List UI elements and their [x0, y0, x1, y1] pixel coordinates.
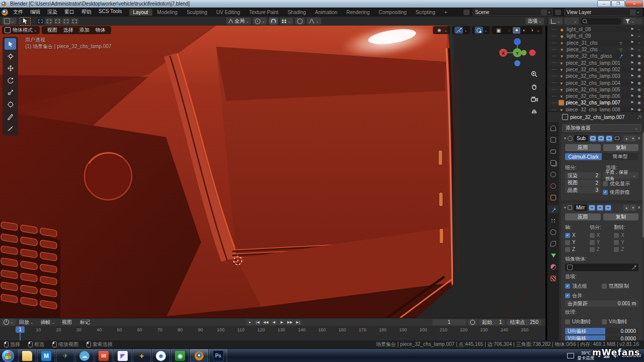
axis-y-checkbox[interactable]: Y — [565, 239, 590, 245]
snap-settings-dropdown[interactable]: ⌄ — [280, 18, 293, 25]
shading-rendered-icon[interactable]: ◑ — [528, 27, 535, 34]
measure-tool[interactable] — [5, 123, 16, 134]
title-bar[interactable]: Blender [C:\Users\Administrator\Desktop\… — [0, 0, 644, 8]
workspace-tab[interactable]: Layout — [129, 9, 152, 16]
visibility-off-icon[interactable]: ⌣ — [637, 40, 641, 45]
object-name[interactable]: piece_32_chs_lamp.004 — [566, 80, 620, 86]
object-name[interactable]: piece_32_chs_lamp.005 — [566, 87, 620, 92]
tab-particles[interactable] — [548, 216, 559, 225]
timeline-menu-item[interactable]: 回放⌄ — [16, 319, 37, 326]
move-modifier-up[interactable]: ▲ — [623, 205, 629, 211]
breadcrumb-object-name[interactable]: piece_32_chs_lamp.007 — [570, 114, 635, 120]
pin-icon[interactable] — [637, 115, 641, 119]
playback-button[interactable]: |◀ — [254, 319, 261, 325]
playback-button[interactable]: ▶ — [278, 319, 286, 325]
proportional-falloff-dropdown[interactable]: ⌄ — [307, 18, 321, 25]
snap-toggle[interactable] — [269, 18, 278, 25]
editmode-visibility-icon[interactable] — [605, 205, 611, 211]
view-layer-browse-icon[interactable] — [555, 10, 561, 15]
cursor-tool[interactable] — [5, 50, 16, 62]
visibility-off-icon[interactable]: ⌣ — [637, 27, 641, 32]
selectability-icon[interactable]: ⚑ — [630, 34, 634, 39]
object-name[interactable]: piece_32_chs_lamp.007 — [566, 100, 620, 105]
offset-u-slider[interactable]: U向偏移0.0000 — [565, 328, 638, 334]
workspace-tab[interactable]: Shading — [284, 9, 310, 16]
outliner-item[interactable]: ◆ ▼ piece_32_chs_lamp.003 ▽ ⚑ ◉ ⌣ — [547, 73, 644, 79]
tab-texture[interactable] — [548, 274, 559, 283]
viewport-menu-item[interactable]: 视图 — [44, 27, 60, 34]
flip-z-checkbox[interactable]: Z — [614, 247, 638, 252]
workspace-tab[interactable]: UV Editing — [212, 9, 244, 16]
cage-visibility-icon[interactable] — [614, 136, 620, 142]
tweak-tool-button[interactable] — [20, 17, 31, 26]
add-modifier-dropdown[interactable]: 添加修改器 ⌄ — [562, 124, 641, 132]
taskbar-mail-app[interactable]: ✉ — [95, 349, 113, 362]
active-tool-dropdown[interactable]: ⌄ — [2, 18, 17, 25]
tab-object[interactable] — [548, 193, 559, 202]
timeline-menu-item[interactable]: 插帧⌄ — [37, 319, 58, 326]
taskbar-maxthon[interactable]: M — [37, 349, 55, 362]
frame-ruler[interactable]: 1102030405060708090100110120130140150160… — [0, 326, 545, 341]
transform-orientation-dropdown[interactable]: 全局 ⌄ — [226, 18, 251, 25]
taskbar-eye-app[interactable]: ◉ — [171, 349, 189, 362]
tab-constraints[interactable] — [548, 239, 559, 248]
frame-end-field[interactable]: 结束点250 — [507, 319, 541, 325]
visibility-on-icon[interactable]: ◉ — [637, 87, 641, 92]
annotate-tool[interactable] — [5, 110, 16, 122]
taskbar-qq[interactable]: ☻ — [152, 349, 170, 362]
taskbar-plane-app[interactable]: ✈ — [56, 349, 74, 362]
xray-toggle[interactable]: ▣ — [494, 27, 503, 34]
taskbar-bird-app[interactable]: ◤ — [114, 349, 132, 362]
visibility-off-icon[interactable]: ⌣ — [637, 34, 641, 39]
menu-item[interactable]: 文件 — [10, 9, 27, 16]
workspace-tab[interactable]: Sculpting — [182, 9, 211, 16]
merge-limit-field[interactable]: 合并限距0.001 m — [565, 300, 638, 307]
add-workspace-button[interactable]: + — [440, 9, 451, 16]
selectability-icon[interactable]: ⚑ — [630, 54, 634, 58]
taskbar-blender[interactable] — [190, 349, 208, 362]
selectability-icon[interactable]: ⚑ — [630, 81, 634, 85]
outliner-item[interactable]: ◆ ▼ piece_32_chs_lamp.002 ▽ ⚑ ◉ ⌣ — [547, 66, 644, 73]
object-name[interactable]: piece_32_chs_lamp.001 — [566, 60, 620, 66]
quality-field[interactable]: 品质3 — [565, 187, 601, 193]
viewport-3d[interactable]: 物体模式 ⌄ 视图选择添加物体 ◉⌄ ⌄ ⌄ — [0, 26, 545, 318]
outliner-item[interactable]: ◆ ▼ piece_32_chs_lamp.006 ▽ ⚑ ◉ ⌣ — [547, 93, 644, 99]
selectability-icon[interactable]: ⚑ — [630, 27, 634, 32]
view-layer-selector[interactable]: View Layer × — [564, 9, 642, 16]
flip-v-checkbox[interactable]: V向翻转 — [602, 318, 638, 325]
current-frame-field[interactable]: 1 — [432, 319, 466, 325]
axis-z-checkbox[interactable]: Z — [565, 247, 590, 252]
copy-button[interactable]: 复制 — [603, 213, 639, 220]
bisect-y-checkbox[interactable]: Y — [590, 239, 614, 245]
object-name[interactable]: piece_32_chs_lamp.003 — [566, 73, 620, 79]
move-modifier-up[interactable]: ▲ — [623, 136, 629, 142]
move-modifier-down[interactable]: ▼ — [630, 136, 636, 142]
move-modifier-down[interactable]: ▼ — [630, 205, 636, 211]
mode-dropdown[interactable]: 物体模式 ⌄ — [2, 26, 40, 34]
use-preview-range-icon[interactable] — [468, 319, 477, 326]
outliner-item[interactable]: ◆ ▼ piece_31_chs ▽ ⚑ ◉ ⌣ — [547, 40, 644, 46]
selectability-icon[interactable]: ⚑ — [630, 100, 634, 105]
taskbar-ruler-app[interactable]: + — [133, 349, 151, 362]
minimize-button[interactable]: – — [597, 1, 611, 7]
workspace-tab[interactable]: Rendering — [342, 9, 374, 16]
menu-item[interactable]: 编辑 — [27, 9, 44, 16]
select-mode-invert[interactable] — [62, 18, 70, 25]
merge-checkbox[interactable]: ✓合并 — [565, 292, 638, 299]
taskbar-photoshop[interactable]: Ps — [209, 349, 227, 362]
object-name[interactable]: piece_32_chs_lamp.006 — [566, 93, 620, 99]
vertex-groups-checkbox[interactable]: ✓顶点组 — [565, 283, 602, 290]
workspace-tab[interactable]: Animation — [311, 9, 341, 16]
flip-x-checkbox[interactable]: X — [614, 232, 638, 238]
workspace-tab[interactable]: Scripting — [412, 9, 439, 16]
use-creases-checkbox[interactable]: ✓使用折痕 — [603, 189, 638, 196]
playback-button[interactable]: ▶| — [294, 319, 302, 325]
tab-render[interactable] — [548, 136, 559, 144]
viewport-menu-item[interactable]: 添加 — [76, 27, 93, 34]
outliner-item[interactable]: ◆ ▼ piece_32_chs_glass ▽ ⚑ ◉ ⌣ — [547, 53, 644, 59]
zoom-view-button[interactable] — [529, 69, 539, 79]
viewport-levels-field[interactable]: 视图2 — [565, 180, 601, 186]
selectability-icon[interactable]: ⚑ — [630, 74, 634, 78]
render-levels-field[interactable]: 渲染2 — [565, 172, 601, 179]
flip-u-checkbox[interactable]: U向翻转 — [565, 318, 602, 325]
